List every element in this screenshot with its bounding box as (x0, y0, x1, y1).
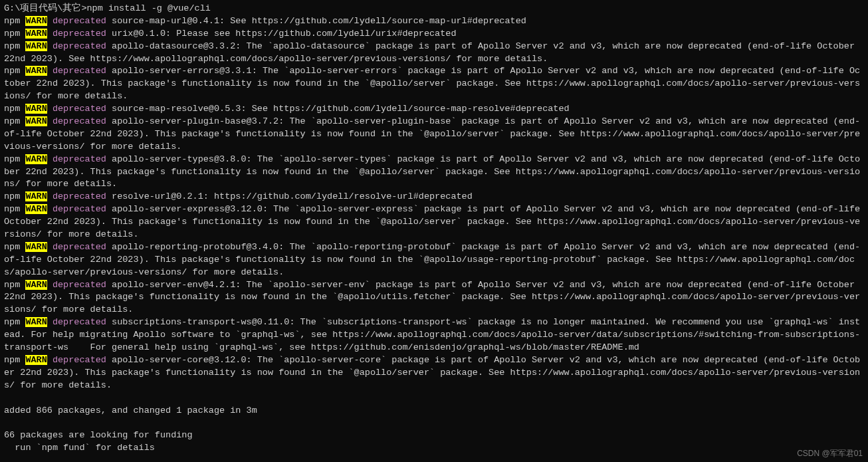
deprecated-tag: deprecated (53, 242, 106, 252)
npm-prefix: npm (4, 191, 25, 201)
warn-badge: WARN (25, 104, 47, 114)
warn-badge: WARN (25, 317, 47, 327)
npm-prefix: npm (4, 204, 25, 214)
log-message: source-map-resolve@0.5.3: See https://gi… (106, 104, 570, 114)
deprecated-tag: deprecated (53, 66, 106, 76)
log-line: npm WARN deprecated apollo-server-types@… (4, 154, 864, 191)
deprecated-tag: deprecated (53, 29, 106, 39)
log-line: npm WARN deprecated apollo-server-core@3… (4, 354, 864, 392)
npm-prefix: npm (4, 41, 25, 51)
npm-prefix: npm (4, 116, 25, 126)
deprecated-tag: deprecated (53, 355, 106, 365)
log-message: source-map-url@0.4.1: See https://github… (106, 16, 526, 26)
log-message: apollo-server-express@3.12.0: The `apoll… (4, 204, 865, 239)
deprecated-tag: deprecated (53, 204, 106, 214)
summary-added: added 866 packages, and changed 1 packag… (4, 405, 864, 417)
npm-prefix: npm (4, 66, 25, 76)
npm-prefix: npm (4, 355, 25, 365)
watermark: CSDN @军军君01 (797, 448, 863, 457)
deprecated-tag: deprecated (53, 41, 106, 51)
warn-badge: WARN (25, 191, 47, 201)
log-line: npm WARN deprecated resolve-url@0.2.1: h… (4, 191, 864, 203)
summary-funding-cmd: run `npm fund` for details (4, 442, 864, 455)
summary-funding: 66 packages are looking for funding (4, 429, 864, 442)
log-message: apollo-server-types@3.8.0: The `apollo-s… (4, 154, 860, 189)
log-line: npm WARN deprecated source-map-resolve@0… (4, 103, 864, 116)
deprecated-tag: deprecated (53, 16, 106, 26)
log-line: npm WARN deprecated apollo-server-plugin… (4, 116, 864, 154)
log-line: npm WARN deprecated urix@0.1.0: Please s… (4, 28, 864, 41)
log-message: apollo-server-errors@3.3.1: The `apollo-… (4, 66, 860, 101)
warn-badge: WARN (25, 41, 47, 51)
deprecated-tag: deprecated (53, 280, 106, 290)
log-line: npm WARN deprecated apollo-reporting-pro… (4, 241, 864, 279)
warn-badge: WARN (25, 116, 47, 126)
log-message: apollo-server-core@3.12.0: The `apollo-s… (4, 355, 860, 390)
deprecated-tag: deprecated (53, 104, 106, 114)
npm-prefix: npm (4, 154, 25, 164)
log-line: npm WARN deprecated apollo-server-env@4.… (4, 279, 864, 317)
warn-badge: WARN (25, 16, 47, 26)
log-line: npm WARN deprecated subscriptions-transp… (4, 316, 864, 354)
deprecated-tag: deprecated (53, 317, 106, 327)
npm-prefix: npm (4, 280, 25, 290)
log-line: npm WARN deprecated source-map-url@0.4.1… (4, 15, 864, 28)
npm-prefix: npm (4, 242, 25, 252)
deprecated-tag: deprecated (53, 191, 106, 201)
log-message: apollo-reporting-protobuf@3.4.0: The `ap… (4, 242, 860, 277)
npm-prefix: npm (4, 29, 25, 39)
npm-prefix: npm (4, 317, 25, 327)
terminal-output[interactable]: G:\项目代码\其它>npm install -g @vue/clinpm WA… (4, 3, 864, 455)
warn-badge: WARN (25, 154, 47, 164)
npm-prefix: npm (4, 104, 25, 114)
deprecated-tag: deprecated (53, 116, 106, 126)
prompt-line: G:\项目代码\其它>npm install -g @vue/cli (4, 3, 864, 15)
log-message: urix@0.1.0: Please see https://github.co… (106, 29, 457, 39)
npm-prefix: npm (4, 16, 25, 26)
warn-badge: WARN (25, 66, 47, 76)
log-line: npm WARN deprecated apollo-server-errors… (4, 65, 864, 103)
warn-badge: WARN (25, 29, 47, 39)
log-message: subscriptions-transport-ws@0.11.0: The `… (4, 317, 860, 352)
log-line: npm WARN deprecated apollo-server-expres… (4, 203, 864, 241)
warn-badge: WARN (25, 280, 47, 290)
log-message: apollo-datasource@3.3.2: The `apollo-dat… (4, 41, 860, 64)
log-message: resolve-url@0.2.1: https://github.com/ly… (106, 191, 473, 201)
log-message: apollo-server-env@4.2.1: The `apollo-ser… (4, 280, 860, 315)
prompt-path: G:\项目代码\其它> (4, 3, 87, 13)
warn-badge: WARN (25, 204, 47, 214)
deprecated-tag: deprecated (53, 154, 106, 164)
warn-badge: WARN (25, 242, 47, 252)
warn-badge: WARN (25, 355, 47, 365)
log-message: apollo-server-plugin-base@3.7.2: The `ap… (4, 116, 860, 152)
log-line: npm WARN deprecated apollo-datasource@3.… (4, 41, 864, 66)
command-text: npm install -g @vue/cli (87, 3, 211, 13)
